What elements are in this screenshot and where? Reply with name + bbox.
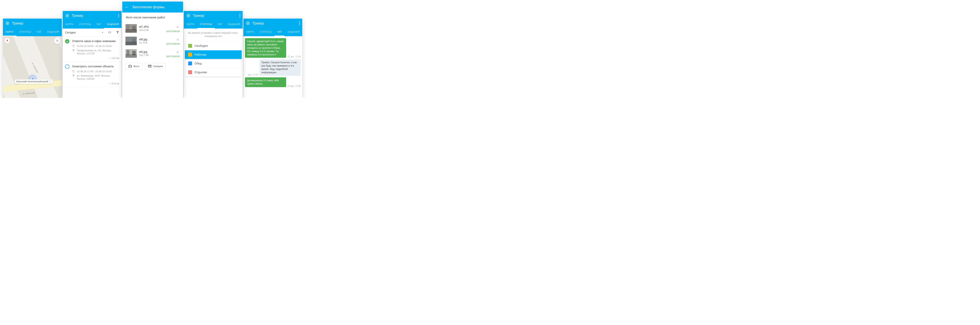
app-logo-icon — [5, 21, 10, 25]
svg-point-1 — [7, 23, 8, 24]
back-button[interactable]: ← — [125, 5, 130, 10]
file-thumbnail — [126, 49, 137, 58]
svg-point-28 — [247, 23, 248, 24]
overflow-menu-icon[interactable] — [299, 22, 300, 25]
task-time: 15.06.16 16:00 - 15.06.16 18:00 — [77, 44, 112, 48]
date-filter-spinner[interactable]: Сегодня ▼ — [63, 31, 106, 34]
chat-time: дек., 17:04 — [248, 73, 258, 76]
tab-statuses[interactable]: СТАТУСЫ — [16, 28, 34, 36]
filter-button[interactable] — [114, 31, 121, 34]
task-status-open-icon — [65, 64, 69, 69]
task-status-done-icon — [65, 39, 69, 43]
task-title: Отвезти заказ в офис компании — [72, 39, 119, 43]
date-filter-value: Сегодня — [65, 31, 76, 34]
tab-tasks[interactable]: ЗАДАНИЯ — [225, 21, 243, 29]
status-item-working[interactable]: Работаю — [185, 50, 242, 59]
svg-rect-19 — [73, 70, 75, 72]
compass-icon[interactable] — [5, 38, 10, 43]
screen-chat: Трекер КАРТА СТАТУСЫ ЧАТ ЗАДАНИЯ Сергей,… — [243, 19, 302, 98]
tab-statuses[interactable]: СТАТУСЫ — [257, 28, 274, 36]
map-canvas[interactable]: Уральский геологический музей ул. Хохряк… — [3, 36, 62, 98]
file-size: 51,3 КВ — [139, 41, 164, 44]
chat-bubble: Сергей, здравствуй! Есть новый заказ на … — [245, 38, 286, 58]
file-item[interactable]: el7.JPG 344,0 КВ ✕ ЗАГРУЖЕНО — [122, 22, 183, 35]
tab-map[interactable]: КАРТА — [243, 28, 257, 36]
chat-bubble: Привет, Оксана! Конечно, я как раз буду … — [259, 59, 301, 76]
tab-statuses[interactable]: СТАТУСЫ — [76, 21, 94, 29]
task-item[interactable]: Отвезти заказ в офис компании 15.06.16 1… — [63, 36, 121, 62]
tab-map[interactable]: КАРТА — [184, 21, 197, 29]
app-title: Трекер — [12, 21, 59, 25]
chevron-down-icon: ▼ — [102, 31, 103, 33]
status-item-rest[interactable]: Отдыхаю — [185, 68, 241, 76]
tab-map[interactable]: КАРТА — [3, 28, 16, 36]
task-list[interactable]: Отвезти заказ в офис компании 15.06.16 1… — [63, 36, 121, 98]
status-swatch — [188, 44, 192, 48]
file-item[interactable]: el6.jpg 51,3 КВ ✕ ЗАГРУЖЕНО — [122, 35, 183, 47]
calendar-icon — [72, 44, 75, 48]
file-item[interactable]: el5.jpg 142,7 КВ ✕ ЗАГРУЖЕНО — [122, 47, 183, 60]
app-logo-icon — [186, 14, 191, 18]
map-poi[interactable]: Уральский геологический музей — [15, 79, 53, 84]
gallery-label: Галерея — [153, 65, 163, 68]
tab-statuses[interactable]: СТАТУСЫ — [197, 21, 215, 29]
overflow-menu-icon[interactable] — [240, 14, 240, 17]
tab-chat[interactable]: ЧАТ — [94, 21, 104, 29]
tab-chat[interactable]: ЧАТ — [274, 28, 285, 36]
tab-tasks[interactable]: ЗАДАНИЯ — [104, 21, 121, 29]
status-item-free[interactable]: Свободен — [185, 41, 241, 50]
chat-message-incoming[interactable]: Договорились! Я скину тебе прямо сейчас.… — [243, 76, 302, 88]
task-item[interactable]: Осмотреть состояние объекта 15.06.16 17:… — [63, 62, 121, 87]
form-header: Заполнение формы — [132, 5, 181, 9]
tab-tasks[interactable]: ЗАДАНИЯ — [44, 28, 62, 36]
appbar: Трекер — [3, 19, 62, 28]
locate-button[interactable] — [54, 37, 60, 44]
status-item-lunch[interactable]: Обед — [185, 59, 241, 68]
tab-chat[interactable]: ЧАТ — [34, 28, 44, 36]
task-distance: 14,5 км — [72, 57, 119, 60]
svg-marker-14 — [116, 31, 119, 34]
pin-icon — [72, 49, 75, 52]
screen-tasks: Трекер КАРТА СТАТУСЫ ЧАТ ЗАДАНИЯ Сегодня… — [63, 11, 121, 98]
task-address: Профсоюзная ул., 91, Москва, Россия, 117… — [77, 49, 119, 55]
tab-tasks[interactable]: ЗАДАНИЯ — [285, 28, 302, 36]
file-status: ЗАГРУЖЕНО — [166, 43, 180, 45]
remove-file-button[interactable]: ✕ — [166, 37, 180, 43]
svg-rect-15 — [73, 45, 75, 47]
status-label: Работаю — [194, 53, 207, 56]
remove-file-button[interactable]: ✕ — [166, 24, 180, 30]
tab-bar: КАРТА СТАТУСЫ ЧАТ ЗАДАНИЯ — [63, 21, 121, 29]
file-size: 344,0 КВ — [139, 29, 164, 32]
chat-thread[interactable]: Сергей, здравствуй! Есть новый заказ на … — [243, 36, 302, 98]
arrow-down-left-icon — [108, 57, 111, 59]
status-label: Отдыхаю — [194, 70, 207, 74]
app-logo-icon — [246, 21, 250, 25]
svg-point-9 — [67, 15, 68, 16]
gallery-button[interactable]: Галерея — [145, 63, 166, 70]
take-photo-label: Фото — [134, 65, 139, 68]
take-photo-button[interactable]: Фото — [126, 63, 142, 70]
tab-bar: КАРТА СТАТУСЫ ЧАТ ЗАДАНИЯ — [184, 21, 243, 29]
app-title: Трекер — [193, 14, 237, 18]
appbar: Трекер — [184, 11, 243, 21]
file-thumbnail — [126, 36, 137, 45]
status-swatch — [188, 70, 192, 74]
sort-button[interactable] — [106, 31, 114, 34]
file-name: el5.jpg — [139, 50, 164, 54]
status-swatch — [188, 53, 192, 57]
overflow-menu-icon[interactable] — [118, 14, 119, 17]
chat-message-incoming[interactable]: Сергей, здравствуй! Есть новый заказ на … — [243, 37, 302, 59]
remove-file-button[interactable]: ✕ — [166, 49, 180, 55]
chat-time: 22 дек., 17:03 — [288, 55, 301, 58]
status-label: Обед — [194, 62, 202, 65]
task-address: ул. Винницкая, 14с6, Москва, Россия, 119… — [77, 74, 119, 81]
chat-message-outgoing[interactable]: дек., 17:04 Привет, Оксана! Конечно, я к… — [243, 59, 302, 76]
screen-form: ← Заполнение формы Фото после окончания … — [122, 2, 183, 98]
svg-point-3 — [57, 40, 58, 41]
task-distance: 10,4 км — [72, 82, 119, 85]
file-name: el6.jpg — [139, 38, 164, 41]
tab-map[interactable]: КАРТА — [63, 21, 76, 29]
task-title: Осмотреть состояние объекта — [72, 64, 119, 68]
tab-chat[interactable]: ЧАТ — [215, 21, 225, 29]
app-logo-icon — [65, 14, 69, 18]
